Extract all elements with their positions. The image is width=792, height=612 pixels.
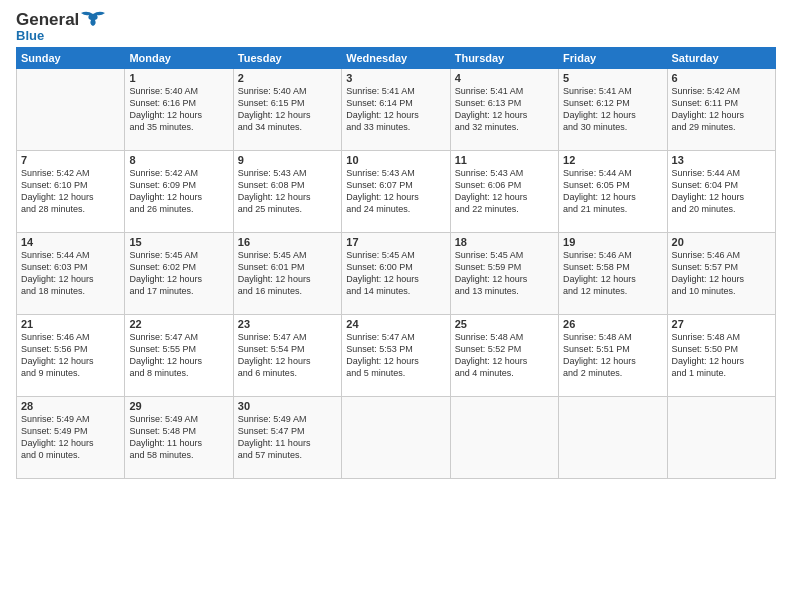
day-number: 16 xyxy=(238,236,337,248)
calendar-cell xyxy=(667,397,775,479)
day-info: Sunrise: 5:44 AMSunset: 6:05 PMDaylight:… xyxy=(563,167,662,216)
week-row-4: 21Sunrise: 5:46 AMSunset: 5:56 PMDayligh… xyxy=(17,315,776,397)
calendar-cell xyxy=(450,397,558,479)
day-info: Sunrise: 5:43 AMSunset: 6:06 PMDaylight:… xyxy=(455,167,554,216)
calendar-cell: 18Sunrise: 5:45 AMSunset: 5:59 PMDayligh… xyxy=(450,233,558,315)
day-info: Sunrise: 5:49 AMSunset: 5:48 PMDaylight:… xyxy=(129,413,228,462)
day-info: Sunrise: 5:47 AMSunset: 5:54 PMDaylight:… xyxy=(238,331,337,380)
day-info: Sunrise: 5:49 AMSunset: 5:47 PMDaylight:… xyxy=(238,413,337,462)
day-info: Sunrise: 5:42 AMSunset: 6:11 PMDaylight:… xyxy=(672,85,771,134)
day-info: Sunrise: 5:44 AMSunset: 6:04 PMDaylight:… xyxy=(672,167,771,216)
calendar-cell: 19Sunrise: 5:46 AMSunset: 5:58 PMDayligh… xyxy=(559,233,667,315)
calendar-cell: 16Sunrise: 5:45 AMSunset: 6:01 PMDayligh… xyxy=(233,233,341,315)
calendar-cell: 22Sunrise: 5:47 AMSunset: 5:55 PMDayligh… xyxy=(125,315,233,397)
calendar-table: SundayMondayTuesdayWednesdayThursdayFrid… xyxy=(16,47,776,479)
calendar-cell: 15Sunrise: 5:45 AMSunset: 6:02 PMDayligh… xyxy=(125,233,233,315)
calendar-cell xyxy=(17,69,125,151)
day-number: 30 xyxy=(238,400,337,412)
day-info: Sunrise: 5:48 AMSunset: 5:51 PMDaylight:… xyxy=(563,331,662,380)
day-info: Sunrise: 5:47 AMSunset: 5:53 PMDaylight:… xyxy=(346,331,445,380)
day-info: Sunrise: 5:49 AMSunset: 5:49 PMDaylight:… xyxy=(21,413,120,462)
day-info: Sunrise: 5:45 AMSunset: 6:02 PMDaylight:… xyxy=(129,249,228,298)
calendar-cell: 17Sunrise: 5:45 AMSunset: 6:00 PMDayligh… xyxy=(342,233,450,315)
logo-blue-text: Blue xyxy=(16,28,44,43)
calendar-cell: 24Sunrise: 5:47 AMSunset: 5:53 PMDayligh… xyxy=(342,315,450,397)
calendar-cell: 7Sunrise: 5:42 AMSunset: 6:10 PMDaylight… xyxy=(17,151,125,233)
day-number: 13 xyxy=(672,154,771,166)
day-info: Sunrise: 5:47 AMSunset: 5:55 PMDaylight:… xyxy=(129,331,228,380)
calendar-cell: 28Sunrise: 5:49 AMSunset: 5:49 PMDayligh… xyxy=(17,397,125,479)
calendar-cell: 14Sunrise: 5:44 AMSunset: 6:03 PMDayligh… xyxy=(17,233,125,315)
day-number: 11 xyxy=(455,154,554,166)
day-info: Sunrise: 5:42 AMSunset: 6:10 PMDaylight:… xyxy=(21,167,120,216)
col-header-thursday: Thursday xyxy=(450,48,558,69)
day-number: 4 xyxy=(455,72,554,84)
day-number: 15 xyxy=(129,236,228,248)
day-number: 17 xyxy=(346,236,445,248)
day-info: Sunrise: 5:43 AMSunset: 6:08 PMDaylight:… xyxy=(238,167,337,216)
day-number: 8 xyxy=(129,154,228,166)
day-info: Sunrise: 5:40 AMSunset: 6:16 PMDaylight:… xyxy=(129,85,228,134)
day-number: 6 xyxy=(672,72,771,84)
day-number: 12 xyxy=(563,154,662,166)
day-number: 23 xyxy=(238,318,337,330)
day-info: Sunrise: 5:45 AMSunset: 6:01 PMDaylight:… xyxy=(238,249,337,298)
calendar-cell: 12Sunrise: 5:44 AMSunset: 6:05 PMDayligh… xyxy=(559,151,667,233)
day-number: 24 xyxy=(346,318,445,330)
col-header-tuesday: Tuesday xyxy=(233,48,341,69)
day-number: 26 xyxy=(563,318,662,330)
col-header-sunday: Sunday xyxy=(17,48,125,69)
col-header-monday: Monday xyxy=(125,48,233,69)
calendar-cell: 4Sunrise: 5:41 AMSunset: 6:13 PMDaylight… xyxy=(450,69,558,151)
day-number: 1 xyxy=(129,72,228,84)
logo: General Blue xyxy=(16,10,107,43)
day-info: Sunrise: 5:41 AMSunset: 6:13 PMDaylight:… xyxy=(455,85,554,134)
day-info: Sunrise: 5:44 AMSunset: 6:03 PMDaylight:… xyxy=(21,249,120,298)
day-number: 5 xyxy=(563,72,662,84)
day-number: 21 xyxy=(21,318,120,330)
page: General Blue SundayMondayTuesdayWednesda… xyxy=(0,0,792,612)
day-info: Sunrise: 5:40 AMSunset: 6:15 PMDaylight:… xyxy=(238,85,337,134)
week-row-1: 1Sunrise: 5:40 AMSunset: 6:16 PMDaylight… xyxy=(17,69,776,151)
calendar-cell: 5Sunrise: 5:41 AMSunset: 6:12 PMDaylight… xyxy=(559,69,667,151)
day-number: 20 xyxy=(672,236,771,248)
calendar-cell: 20Sunrise: 5:46 AMSunset: 5:57 PMDayligh… xyxy=(667,233,775,315)
day-info: Sunrise: 5:46 AMSunset: 5:58 PMDaylight:… xyxy=(563,249,662,298)
calendar-cell: 13Sunrise: 5:44 AMSunset: 6:04 PMDayligh… xyxy=(667,151,775,233)
day-number: 18 xyxy=(455,236,554,248)
calendar-cell: 25Sunrise: 5:48 AMSunset: 5:52 PMDayligh… xyxy=(450,315,558,397)
col-header-friday: Friday xyxy=(559,48,667,69)
day-number: 2 xyxy=(238,72,337,84)
day-info: Sunrise: 5:43 AMSunset: 6:07 PMDaylight:… xyxy=(346,167,445,216)
header: General Blue xyxy=(16,10,776,43)
day-info: Sunrise: 5:42 AMSunset: 6:09 PMDaylight:… xyxy=(129,167,228,216)
day-info: Sunrise: 5:45 AMSunset: 6:00 PMDaylight:… xyxy=(346,249,445,298)
calendar-cell: 30Sunrise: 5:49 AMSunset: 5:47 PMDayligh… xyxy=(233,397,341,479)
header-row: SundayMondayTuesdayWednesdayThursdayFrid… xyxy=(17,48,776,69)
logo-general: General xyxy=(16,10,79,30)
calendar-cell: 29Sunrise: 5:49 AMSunset: 5:48 PMDayligh… xyxy=(125,397,233,479)
day-number: 29 xyxy=(129,400,228,412)
day-info: Sunrise: 5:46 AMSunset: 5:57 PMDaylight:… xyxy=(672,249,771,298)
day-number: 7 xyxy=(21,154,120,166)
calendar-cell: 8Sunrise: 5:42 AMSunset: 6:09 PMDaylight… xyxy=(125,151,233,233)
calendar-cell: 1Sunrise: 5:40 AMSunset: 6:16 PMDaylight… xyxy=(125,69,233,151)
day-info: Sunrise: 5:45 AMSunset: 5:59 PMDaylight:… xyxy=(455,249,554,298)
calendar-cell: 6Sunrise: 5:42 AMSunset: 6:11 PMDaylight… xyxy=(667,69,775,151)
day-number: 25 xyxy=(455,318,554,330)
calendar-cell: 9Sunrise: 5:43 AMSunset: 6:08 PMDaylight… xyxy=(233,151,341,233)
col-header-wednesday: Wednesday xyxy=(342,48,450,69)
day-info: Sunrise: 5:48 AMSunset: 5:52 PMDaylight:… xyxy=(455,331,554,380)
logo-bird-icon xyxy=(79,10,107,30)
calendar-cell: 27Sunrise: 5:48 AMSunset: 5:50 PMDayligh… xyxy=(667,315,775,397)
col-header-saturday: Saturday xyxy=(667,48,775,69)
day-number: 27 xyxy=(672,318,771,330)
day-number: 19 xyxy=(563,236,662,248)
calendar-cell: 23Sunrise: 5:47 AMSunset: 5:54 PMDayligh… xyxy=(233,315,341,397)
day-number: 28 xyxy=(21,400,120,412)
calendar-cell: 26Sunrise: 5:48 AMSunset: 5:51 PMDayligh… xyxy=(559,315,667,397)
calendar-cell: 10Sunrise: 5:43 AMSunset: 6:07 PMDayligh… xyxy=(342,151,450,233)
day-number: 10 xyxy=(346,154,445,166)
calendar-cell: 3Sunrise: 5:41 AMSunset: 6:14 PMDaylight… xyxy=(342,69,450,151)
week-row-3: 14Sunrise: 5:44 AMSunset: 6:03 PMDayligh… xyxy=(17,233,776,315)
